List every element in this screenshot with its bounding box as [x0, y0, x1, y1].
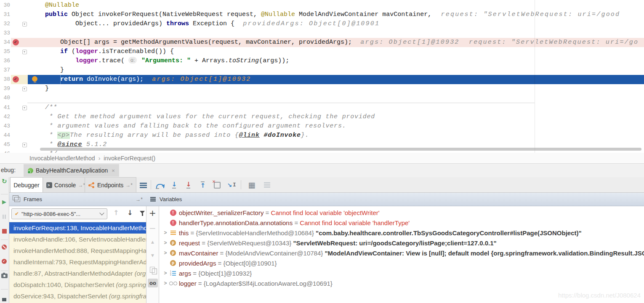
breadcrumb-method[interactable]: invokeForRequest()	[104, 155, 155, 162]
gutter-fold-cell[interactable]	[20, 149, 28, 153]
jump-to-endpoints-icon[interactable]: →*	[125, 182, 133, 188]
gutter-breakpoint-cell[interactable]	[11, 56, 20, 66]
frame-row-5[interactable]: handle:87, AbstractHandlerMethodAdapter …	[9, 268, 146, 279]
evaluate-expression-button[interactable]: ▦	[246, 177, 258, 193]
code-line-31[interactable]: 31public Object invokeForRequest(NativeW…	[0, 10, 644, 19]
stop-button[interactable]	[2, 229, 7, 234]
code-line-43[interactable]: 43 * argument values and falling back to…	[0, 122, 644, 131]
duplicate-watch-icon[interactable]	[152, 268, 157, 274]
gutter-fold-cell[interactable]	[20, 75, 28, 84]
frames-jump-icon[interactable]: →*	[136, 197, 143, 202]
code-line-38[interactable]: 38 return doInvoke(args); args: Object[1…	[0, 75, 644, 84]
gutter-fold-cell[interactable]	[20, 38, 28, 47]
variable-row-objectwriter-serializerfactory[interactable]: !objectWriter._serializerFactory = Canno…	[160, 207, 644, 218]
drop-frame-button[interactable]	[211, 177, 223, 193]
thread-dump-icon[interactable]	[1, 274, 8, 278]
code-line-30[interactable]: 30@Nullable	[0, 1, 644, 10]
code-line-44[interactable]: 44 * <p>The resulting array will be pass…	[0, 131, 644, 140]
gutter-breakpoint-cell[interactable]	[11, 149, 20, 153]
thread-selector-dropdown[interactable]: ✔ "http-nio-8086-exec-5"...	[11, 208, 107, 219]
fold-marker-icon[interactable]	[22, 143, 27, 147]
variable-row-args[interactable]: >1 2 3args = {Object[1]@10932}	[160, 268, 644, 278]
gutter-fold-cell[interactable]	[20, 66, 28, 75]
gutter-breakpoint-cell[interactable]	[11, 38, 20, 47]
code-line-35[interactable]: 35 if (logger.isTraceEnabled()) {	[0, 47, 644, 56]
expand-chevron-icon[interactable]: >	[162, 250, 169, 256]
breadcrumb-class[interactable]: InvocableHandlerMethod	[29, 155, 95, 162]
step-out-button[interactable]: ↑	[197, 177, 209, 193]
step-over-button[interactable]	[154, 177, 166, 193]
code-text[interactable]: logger.trace( o: "Arguments: " + Arrays.…	[28, 56, 644, 66]
next-frame-button[interactable]: ↓	[127, 209, 133, 217]
gutter-breakpoint-cell[interactable]	[11, 131, 20, 140]
variable-row-handlertype-annotationdata-annotations[interactable]: !handlerType.annotationData.annotations …	[160, 218, 644, 228]
pause-button[interactable]	[3, 215, 4, 219]
frame-row-7[interactable]: doService:943, DispatcherServlet (org.sp…	[9, 290, 146, 302]
gutter-breakpoint-cell[interactable]	[11, 103, 20, 112]
variable-row-request[interactable]: >prequest = {ServletWebRequest@10343} "S…	[160, 238, 644, 248]
gutter-fold-cell[interactable]	[20, 10, 28, 19]
show-watches-toggle[interactable]: oo	[148, 279, 158, 287]
expand-chevron-icon[interactable]: >	[162, 280, 169, 286]
gutter-breakpoint-cell[interactable]	[11, 112, 20, 122]
force-step-into-button[interactable]: ↓	[183, 177, 194, 193]
frame-row-2[interactable]: invokeAndHandle:106, ServletInvocableHan…	[9, 234, 146, 245]
code-text[interactable]: }	[28, 66, 644, 75]
gutter-fold-cell[interactable]	[20, 112, 28, 122]
code-line-33[interactable]: 33	[0, 29, 644, 38]
gutter-fold-cell[interactable]	[20, 56, 28, 66]
code-line-37[interactable]: 37 }	[0, 66, 644, 75]
expand-chevron-icon[interactable]: >	[162, 230, 169, 236]
frame-row-6[interactable]: doDispatch:1040, DispatcherServlet (org.…	[9, 279, 146, 290]
gutter-fold-cell[interactable]	[20, 122, 28, 131]
code-text[interactable]: Object[] args = getMethodArgumentValues(…	[28, 38, 644, 47]
show-execution-point-icon[interactable]	[140, 183, 147, 184]
gutter-fold-cell[interactable]	[20, 29, 28, 38]
gutter-fold-cell[interactable]	[20, 1, 28, 10]
code-line-40[interactable]: 40	[0, 93, 644, 103]
breakpoint-icon[interactable]	[13, 76, 19, 82]
code-text[interactable]	[28, 93, 644, 103]
move-watch-down-button[interactable]: ▼	[146, 253, 159, 258]
code-text[interactable]: * Get the method argument values for the…	[28, 112, 644, 122]
expand-chevron-icon[interactable]: >	[162, 240, 169, 246]
add-watch-button[interactable]: +	[146, 208, 159, 218]
code-line-41[interactable]: 41/**	[0, 103, 644, 112]
variable-row-providedargs[interactable]: pprovidedArgs = {Object[0]@10901}	[160, 258, 644, 268]
variable-row-this[interactable]: >this = {ServletInvocableHandlerMethod@1…	[160, 228, 644, 238]
code-text[interactable]: Object... providedArgs) throws Exception…	[28, 19, 644, 29]
run-to-cursor-button[interactable]: ↘I	[226, 177, 237, 193]
gutter-breakpoint-cell[interactable]	[11, 66, 20, 75]
previous-frame-button[interactable]: ↑	[113, 209, 119, 217]
code-text[interactable]: * <p>The resulting array will be passed …	[28, 131, 644, 140]
gutter-breakpoint-cell[interactable]	[11, 140, 20, 149]
gutter-fold-cell[interactable]	[20, 84, 28, 93]
code-editor[interactable]: 30@Nullable31public Object invokeForRequ…	[0, 0, 644, 153]
frame-row-4[interactable]: handleInternal:793, RequestMappingHandle…	[9, 256, 146, 268]
intention-bulb-icon[interactable]	[32, 76, 37, 82]
gutter-breakpoint-cell[interactable]	[11, 122, 20, 131]
gutter-breakpoint-cell[interactable]	[11, 84, 20, 93]
remove-watch-button[interactable]: −	[146, 223, 159, 233]
gutter-fold-cell[interactable]	[20, 131, 28, 140]
code-line-36[interactable]: 36 logger.trace( o: "Arguments: " + Arra…	[0, 56, 644, 66]
gutter-fold-cell[interactable]	[20, 140, 28, 149]
code-text[interactable]	[28, 29, 644, 38]
frame-row-1[interactable]: invokeForRequest:138, InvocableHandlerMe…	[9, 222, 146, 234]
gutter-fold-cell[interactable]	[20, 93, 28, 103]
gutter-breakpoint-cell[interactable]	[11, 1, 20, 10]
gutter-breakpoint-cell[interactable]	[11, 19, 20, 29]
gutter-breakpoint-cell[interactable]	[11, 93, 20, 103]
code-line-39[interactable]: 39}	[0, 84, 644, 93]
rerun-button[interactable]: ↻	[2, 178, 7, 185]
step-into-button[interactable]: ↓	[168, 177, 180, 193]
layout-settings-button[interactable]	[261, 177, 273, 193]
code-text[interactable]: return doInvoke(args); args: Object[1]@1…	[28, 75, 644, 84]
code-text[interactable]: @Nullable	[28, 1, 644, 10]
gutter-breakpoint-cell[interactable]	[11, 10, 20, 19]
fold-marker-icon[interactable]	[22, 22, 27, 27]
variable-row-logger[interactable]: >logger = {LogAdapter$Slf4jLocationAware…	[160, 278, 644, 288]
fold-marker-icon[interactable]	[22, 106, 27, 110]
frame-row-3[interactable]: invokeHandlerMethod:888, RequestMappingH…	[9, 245, 146, 256]
tab-debugger[interactable]: Debugger	[10, 177, 43, 192]
